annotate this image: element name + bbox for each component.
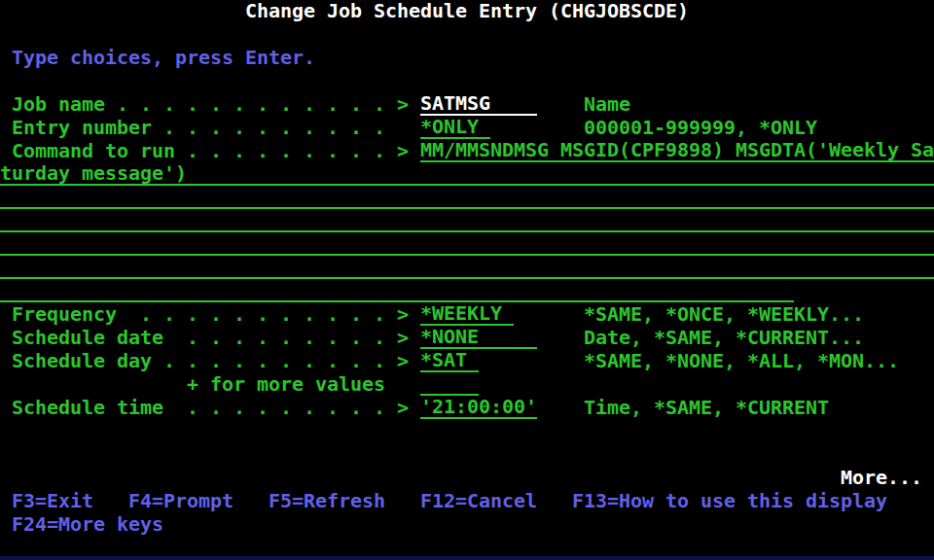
- job-name-field[interactable]: SATMSG: [420, 93, 537, 116]
- schedule-date-hint: Date, *SAME, *CURRENT...: [584, 327, 864, 350]
- bottom-separator: [0, 556, 934, 560]
- schedule-day-label: Schedule day . . . . . . . . . .: [12, 350, 385, 373]
- job-name-marker: >: [397, 93, 409, 117]
- command-field-blank-5[interactable]: [0, 280, 794, 302]
- job-name-label: Job name . . . . . . . . . . . .: [12, 93, 385, 117]
- schedule-day-more-field[interactable]: [420, 373, 479, 396]
- command-label: Command to run . . . . . . . . .: [12, 140, 385, 163]
- schedule-time-marker: >: [397, 397, 409, 420]
- command-field-blank-2[interactable]: [0, 210, 934, 232]
- command-field-blank-4[interactable]: [0, 257, 934, 279]
- schedule-date-label: Schedule date . . . . . . . . .: [12, 327, 385, 350]
- terminal-screen: Change Job Schedule Entry (CHGJOBSCDE) T…: [0, 0, 934, 560]
- schedule-time-field[interactable]: '21:00:00': [420, 397, 537, 419]
- more-values-label: + for more values: [187, 373, 385, 397]
- entry-number-field[interactable]: *ONLY: [420, 117, 490, 139]
- frequency-marker: >: [397, 303, 409, 327]
- more-indicator: More...: [841, 467, 922, 490]
- command-field-line2[interactable]: turday message'): [0, 163, 934, 186]
- frequency-label: Frequency . . . . . . . . . . .: [12, 303, 385, 327]
- schedule-date-marker: >: [397, 327, 409, 350]
- command-field-blank-1[interactable]: [0, 187, 934, 209]
- screen-title: Change Job Schedule Entry (CHGJOBSCDE): [0, 0, 934, 23]
- frequency-hint: *SAME, *ONCE, *WEEKLY...: [584, 303, 864, 327]
- frequency-field[interactable]: *WEEKLY: [420, 303, 514, 326]
- command-field-blank-3[interactable]: [0, 233, 934, 256]
- entry-number-label: Entry number . . . . . . . . . .: [12, 117, 385, 140]
- schedule-day-field[interactable]: *SAT: [420, 350, 479, 372]
- fkey-f4-prompt: F4=Prompt: [128, 490, 234, 513]
- schedule-time-hint: Time, *SAME, *CURRENT: [584, 397, 829, 420]
- instruction-text: Type choices, press Enter.: [12, 47, 315, 70]
- fkey-f13-help: F13=How to use this display: [572, 490, 887, 513]
- entry-number-hint: 000001-999999, *ONLY: [584, 117, 817, 140]
- command-field-line1[interactable]: MM/MMSNDMSG MSGID(CPF9898) MSGDTA('Weekl…: [420, 140, 934, 162]
- schedule-time-label: Schedule time . . . . . . . . .: [12, 397, 385, 420]
- schedule-date-field[interactable]: *NONE: [420, 327, 537, 349]
- schedule-day-hint: *SAME, *NONE, *ALL, *MON...: [584, 350, 899, 373]
- fkey-f5-refresh: F5=Refresh: [269, 490, 385, 513]
- command-marker: >: [397, 140, 409, 163]
- fkey-f3-exit: F3=Exit: [12, 490, 93, 513]
- fkey-f24-more-keys: F24=More keys: [12, 513, 163, 537]
- schedule-day-marker: >: [397, 350, 409, 373]
- job-name-hint: Name: [584, 93, 630, 117]
- fkey-f12-cancel: F12=Cancel: [420, 490, 537, 513]
